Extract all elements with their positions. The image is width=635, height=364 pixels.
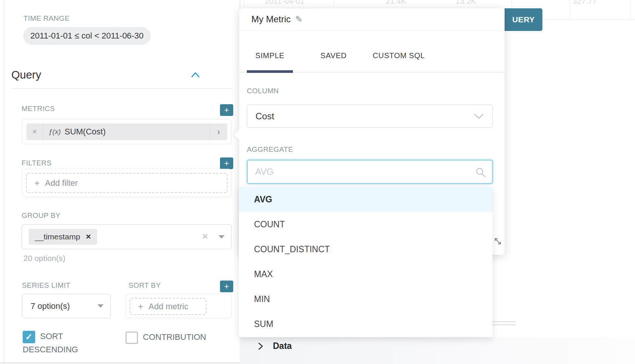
group-by-select[interactable]: __timestamp ✕ ✕ xyxy=(22,224,232,249)
explore-screen: 2011-04-01 00:00:00 21.4K 13.2K 327.77 U… xyxy=(0,0,635,364)
option-sum[interactable]: SUM xyxy=(239,312,493,336)
metric-name: My Metric xyxy=(251,14,291,25)
metric-chip[interactable]: × ƒ(x) SUM(Cost) › xyxy=(26,123,227,140)
group-by-tag-label: __timestamp xyxy=(35,232,80,241)
caret-down-icon[interactable] xyxy=(218,235,225,239)
time-range-value: 2011-01-01 ≤ col < 2011-06-30 xyxy=(30,31,143,41)
clear-icon[interactable]: ✕ xyxy=(202,232,209,242)
popover-title-row: My Metric ✎ xyxy=(239,8,505,30)
bg-table-cell-value: 13.2K xyxy=(455,0,476,6)
time-range-pill[interactable]: 2011-01-01 ≤ col < 2011-06-30 xyxy=(23,27,150,45)
option-min[interactable]: MIN xyxy=(239,287,493,312)
metrics-label: METRICS xyxy=(22,105,55,113)
function-icon: ƒ(x) xyxy=(48,123,61,140)
filters-container: + Add filter xyxy=(22,169,232,197)
aggregate-label: AGGREGATE xyxy=(247,145,293,154)
column-label: COLUMN xyxy=(247,87,279,95)
data-panel-divider xyxy=(493,324,516,325)
panel-bottom-border xyxy=(0,362,240,363)
contribution-label: CONTRIBUTION xyxy=(143,332,206,342)
tab-custom-sql[interactable]: CUSTOM SQL xyxy=(369,51,429,60)
bg-table-gridline xyxy=(630,0,630,20)
aggregate-options-dropdown: AVG COUNT COUNT_DISTINCT MAX MIN SUM xyxy=(239,187,493,337)
series-limit-value: 7 option(s) xyxy=(31,301,70,311)
plus-icon: + xyxy=(224,105,229,115)
contribution-checkbox[interactable] xyxy=(125,332,138,344)
group-by-tag: __timestamp ✕ xyxy=(29,229,97,245)
series-limit-label: SERIES LIMIT xyxy=(22,281,70,290)
search-icon xyxy=(475,167,486,178)
query-section-title: Query xyxy=(11,69,41,81)
add-metric-button[interactable]: + xyxy=(220,104,233,116)
option-count-distinct[interactable]: COUNT_DISTINCT xyxy=(239,237,493,262)
bg-table-cell-value: 327.77 xyxy=(573,0,597,6)
contribution-option: CONTRIBUTION xyxy=(125,331,231,344)
popover-title-divider xyxy=(239,30,505,31)
remove-tag-icon[interactable]: ✕ xyxy=(85,233,91,241)
collapse-section-button[interactable] xyxy=(191,71,200,79)
option-max[interactable]: MAX xyxy=(239,262,493,287)
tab-simple[interactable]: SIMPLE xyxy=(247,51,293,60)
remove-metric-icon[interactable]: × xyxy=(26,123,43,140)
sort-descending-checkbox[interactable]: ✓ xyxy=(23,331,35,343)
bg-table-gridline xyxy=(570,0,570,20)
plus-icon: + xyxy=(138,301,143,312)
data-panel xyxy=(240,337,635,364)
resize-icon[interactable] xyxy=(493,237,502,246)
add-sort-metric-button[interactable]: + xyxy=(220,281,233,292)
plus-icon: + xyxy=(34,178,40,188)
checkmark-icon: ✓ xyxy=(25,332,33,342)
option-count[interactable]: COUNT xyxy=(239,212,493,237)
run-query-label: UERY xyxy=(512,15,535,24)
time-range-label: TIME RANGE xyxy=(23,14,70,23)
pencil-icon[interactable]: ✎ xyxy=(295,14,302,25)
active-tab-indicator xyxy=(247,70,293,73)
chevron-right-icon xyxy=(258,342,263,350)
sort-by-label: SORT BY xyxy=(129,281,161,290)
add-sort-metric-dropzone[interactable]: + Add metric xyxy=(130,298,206,315)
data-section-toggle[interactable]: Data xyxy=(258,341,292,351)
bg-table-cell-value: 21.4K xyxy=(386,0,406,6)
aggregate-input[interactable] xyxy=(247,160,493,184)
chevron-down-icon xyxy=(474,113,484,119)
add-filter-button[interactable]: + xyxy=(220,157,233,169)
add-filter-placeholder: Add filter xyxy=(45,178,78,188)
bg-table-cell-date: 2011-04-01 xyxy=(265,0,305,6)
add-sort-metric-placeholder: Add metric xyxy=(149,302,188,312)
chevron-up-icon xyxy=(191,71,200,79)
option-avg[interactable]: AVG xyxy=(239,187,493,212)
column-value: Cost xyxy=(256,111,274,122)
group-by-label: GROUP BY xyxy=(22,211,60,220)
plus-icon: + xyxy=(224,282,229,292)
page-left-border xyxy=(4,0,4,364)
series-limit-select[interactable]: 7 option(s) xyxy=(22,294,111,318)
column-select[interactable]: Cost xyxy=(247,105,493,128)
run-query-button[interactable]: UERY xyxy=(505,8,542,31)
data-section-title: Data xyxy=(273,341,292,351)
popover-arrow xyxy=(234,130,245,140)
plus-icon: + xyxy=(224,159,229,168)
metric-chip-label: SUM(Cost) xyxy=(65,123,210,140)
caret-down-icon xyxy=(98,304,104,308)
group-by-options-hint: 20 option(s) xyxy=(23,254,65,263)
sort-by-container: + Add metric xyxy=(125,294,232,318)
tab-saved[interactable]: SAVED xyxy=(310,51,357,60)
metrics-container: × ƒ(x) SUM(Cost) › xyxy=(22,119,232,144)
data-panel-divider xyxy=(493,321,516,322)
open-metric-popover-icon[interactable]: › xyxy=(210,123,227,140)
sort-descending-option: ✓ SORT DESCENDING xyxy=(23,330,89,356)
section-divider xyxy=(11,88,233,89)
add-filter-dropzone[interactable]: + Add filter xyxy=(26,173,228,193)
filters-label: FILTERS xyxy=(22,159,52,167)
